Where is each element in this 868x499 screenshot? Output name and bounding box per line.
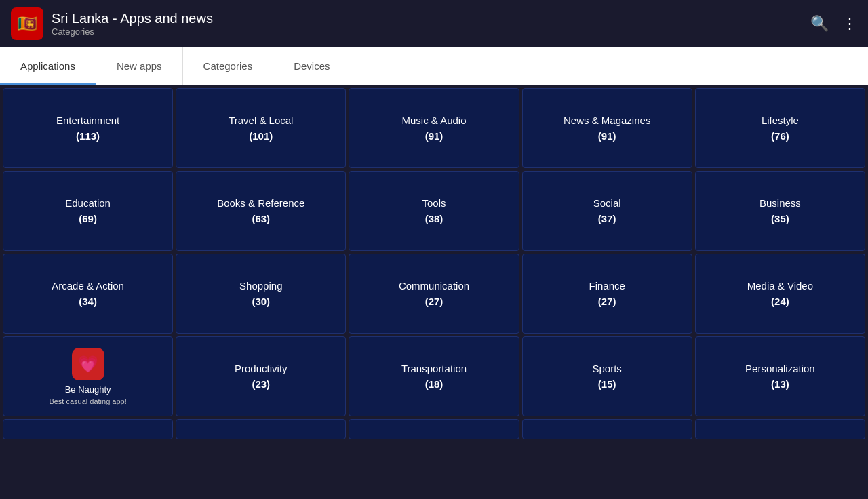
bottom-partial-row bbox=[0, 419, 868, 442]
category-card-lifestyle[interactable]: Lifestyle (76) bbox=[695, 88, 865, 168]
category-card-business[interactable]: Business (35) bbox=[695, 171, 865, 251]
category-card-productivity[interactable]: Productivity (23) bbox=[176, 336, 346, 416]
app-subtitle: Categories bbox=[52, 26, 213, 37]
category-card-arcade[interactable]: Arcade & Action (34) bbox=[3, 254, 173, 334]
ad-app-name: Be Naughty bbox=[65, 384, 111, 395]
flag-icon: 🇱🇰 bbox=[11, 7, 43, 40]
tab-categories[interactable]: Categories bbox=[183, 47, 274, 85]
menu-icon[interactable]: ⋮ bbox=[842, 15, 857, 33]
bottom-card-5[interactable] bbox=[695, 419, 865, 439]
category-card-news[interactable]: News & Magazines (91) bbox=[522, 88, 692, 168]
tab-devices[interactable]: Devices bbox=[273, 47, 351, 85]
app-header: 🇱🇰 Sri Lanka - Apps and news Categories … bbox=[0, 0, 868, 47]
ad-app-icon: 💗 bbox=[72, 348, 104, 380]
category-card-entertainment[interactable]: Entertainment (113) bbox=[3, 88, 173, 168]
category-card-travel[interactable]: Travel & Local (101) bbox=[176, 88, 346, 168]
bottom-card-2[interactable] bbox=[176, 419, 346, 439]
category-card-communication[interactable]: Communication (27) bbox=[349, 254, 519, 334]
search-icon[interactable]: 🔍 bbox=[810, 15, 829, 33]
tab-applications[interactable]: Applications bbox=[0, 47, 96, 85]
category-card-transportation[interactable]: Transportation (18) bbox=[349, 336, 519, 416]
category-card-social[interactable]: Social (37) bbox=[522, 171, 692, 251]
category-card-shopping[interactable]: Shopping (30) bbox=[176, 254, 346, 334]
header-right: 🔍 ⋮ bbox=[810, 15, 857, 33]
category-grid: Entertainment (113) Travel & Local (101)… bbox=[0, 85, 868, 419]
ad-inner: 💗 Be Naughty Best casual dating app! bbox=[10, 344, 165, 409]
category-card-education[interactable]: Education (69) bbox=[3, 171, 173, 251]
app-title: Sri Lanka - Apps and news bbox=[52, 11, 213, 26]
bottom-card-3[interactable] bbox=[349, 419, 519, 439]
category-card-personalization[interactable]: Personalization (13) bbox=[695, 336, 865, 416]
category-card-books[interactable]: Books & Reference (63) bbox=[176, 171, 346, 251]
ad-app-description: Best casual dating app! bbox=[49, 397, 126, 405]
bottom-card-1[interactable] bbox=[3, 419, 173, 439]
category-card-music[interactable]: Music & Audio (91) bbox=[349, 88, 519, 168]
category-card-sports[interactable]: Sports (15) bbox=[522, 336, 692, 416]
ad-card-be-naughty[interactable]: 💗 Be Naughty Best casual dating app! bbox=[3, 336, 173, 416]
bottom-card-4[interactable] bbox=[522, 419, 692, 439]
category-card-finance[interactable]: Finance (27) bbox=[522, 254, 692, 334]
header-text: Sri Lanka - Apps and news Categories bbox=[52, 11, 213, 37]
tab-new-apps[interactable]: New apps bbox=[96, 47, 183, 85]
nav-bar: Applications New apps Categories Devices bbox=[0, 47, 868, 85]
category-card-media[interactable]: Media & Video (24) bbox=[695, 254, 865, 334]
category-card-tools[interactable]: Tools (38) bbox=[349, 171, 519, 251]
header-left: 🇱🇰 Sri Lanka - Apps and news Categories bbox=[11, 7, 213, 40]
